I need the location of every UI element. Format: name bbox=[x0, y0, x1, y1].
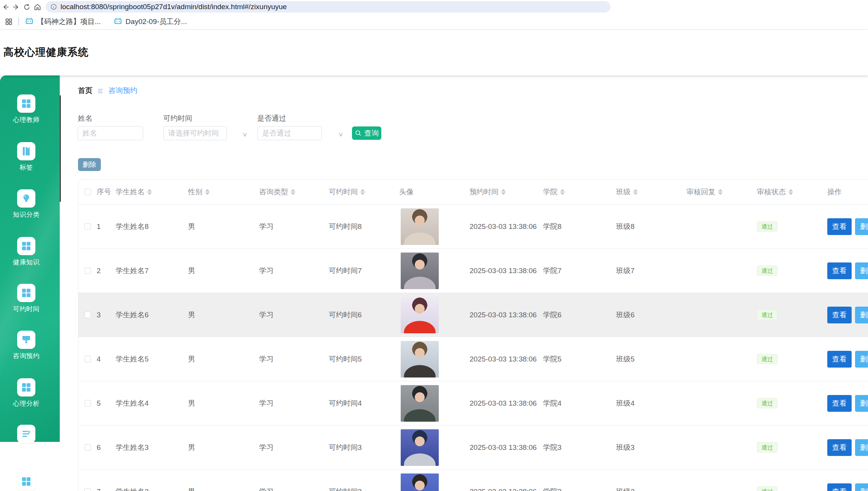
time-filter-select[interactable] bbox=[163, 126, 227, 140]
college: 学院4 bbox=[543, 398, 562, 408]
forward-icon[interactable] bbox=[11, 2, 21, 12]
sort-icon[interactable] bbox=[147, 189, 152, 195]
student-name: 学生姓名6 bbox=[116, 310, 149, 320]
column-label: 学生姓名 bbox=[116, 187, 145, 197]
sort-icon[interactable] bbox=[718, 189, 723, 195]
available-time: 可约时间4 bbox=[329, 398, 362, 408]
column-label: 头像 bbox=[399, 187, 414, 197]
sidebar-item-item-9[interactable] bbox=[0, 472, 53, 491]
sidebar-item-item-8[interactable] bbox=[0, 425, 53, 443]
row-checkbox[interactable] bbox=[84, 223, 91, 230]
appoint-time-cell: 2025-03-03 13:38:06 bbox=[467, 443, 540, 452]
college-cell: 学院7 bbox=[540, 266, 613, 276]
appoint-time-cell: 2025-03-03 13:38:06 bbox=[467, 311, 540, 319]
row-checkbox-cell bbox=[78, 444, 94, 451]
bulb-icon bbox=[17, 189, 35, 208]
status-badge: 通过 bbox=[757, 221, 777, 232]
row-checkbox[interactable] bbox=[84, 444, 91, 451]
address-bar[interactable]: localhost:8080/springboot05p27d1v/admin/… bbox=[46, 1, 610, 13]
table-row: 3学生姓名6男学习可约时间62025-03-03 13:38:06学院6班级6通… bbox=[78, 293, 868, 337]
column-label: 学院 bbox=[543, 187, 557, 197]
view-button[interactable]: 查看 bbox=[827, 307, 852, 323]
index-cell: 4 bbox=[94, 355, 113, 363]
pass-select-caret-icon[interactable]: ∨ bbox=[338, 131, 344, 138]
row-checkbox-cell bbox=[78, 223, 94, 230]
view-button[interactable]: 查看 bbox=[827, 218, 852, 235]
available-time-cell: 可约时间7 bbox=[326, 266, 396, 276]
sort-icon[interactable] bbox=[501, 189, 506, 195]
view-button[interactable]: 查看 bbox=[827, 262, 852, 279]
sort-icon[interactable] bbox=[560, 189, 565, 195]
sort-icon[interactable] bbox=[291, 189, 295, 195]
consult-type-cell: 学习 bbox=[256, 354, 326, 364]
row-delete-button[interactable]: 删除 bbox=[855, 483, 868, 491]
home-icon[interactable] bbox=[32, 2, 43, 12]
breadcrumb-current[interactable]: 咨询预约 bbox=[108, 86, 137, 96]
bookmark-1[interactable]: 【码神之路】项目... bbox=[25, 17, 101, 27]
avatar-cell bbox=[396, 385, 467, 422]
sidebar-item-keyueshijian[interactable]: 可约时间 bbox=[0, 284, 53, 313]
book-icon bbox=[17, 142, 35, 160]
avatar-cell bbox=[396, 429, 467, 466]
view-button[interactable]: 查看 bbox=[827, 439, 852, 456]
row-checkbox-cell bbox=[78, 312, 94, 318]
column-header-10: 审核回复 bbox=[683, 187, 754, 197]
college: 学院5 bbox=[543, 354, 562, 364]
available-time-cell: 可约时间8 bbox=[326, 222, 396, 232]
sidebar-item-zixunyuyue[interactable]: 咨询预约 bbox=[0, 331, 53, 360]
select-all-checkbox[interactable] bbox=[84, 189, 91, 195]
back-icon[interactable] bbox=[0, 2, 11, 12]
row-index: 3 bbox=[97, 311, 101, 319]
pass-filter-select[interactable] bbox=[257, 126, 322, 140]
row-checkbox[interactable] bbox=[84, 312, 91, 318]
sort-icon[interactable] bbox=[788, 189, 793, 195]
index-cell: 2 bbox=[94, 267, 113, 275]
table-row: 5学生姓名4男学习可约时间42025-03-03 13:38:06学院4班级4通… bbox=[78, 381, 868, 425]
sidebar-item-zhishifenlei[interactable]: 知识分类 bbox=[0, 189, 53, 219]
row-delete-button[interactable]: 删除 bbox=[855, 351, 868, 368]
bulk-delete-button[interactable]: 删除 bbox=[78, 158, 101, 171]
sidebar-item-biaoqian[interactable]: 标签 bbox=[0, 142, 53, 172]
row-checkbox[interactable] bbox=[84, 267, 91, 274]
index-cell: 3 bbox=[94, 311, 113, 319]
gender-cell: 男 bbox=[185, 443, 256, 453]
sidebar-scrollbar-thumb[interactable] bbox=[60, 95, 61, 202]
sort-icon[interactable] bbox=[633, 189, 638, 195]
column-label: 可约时间 bbox=[329, 187, 358, 197]
row-checkbox[interactable] bbox=[84, 488, 91, 491]
breadcrumb-home[interactable]: 首页 bbox=[78, 86, 92, 96]
row-delete-button[interactable]: 删除 bbox=[855, 307, 868, 323]
sidebar-item-label: 知识分类 bbox=[0, 210, 53, 219]
bookmark-2[interactable]: Day02-09-员工分... bbox=[114, 17, 187, 27]
column-header-4: 咨询类型 bbox=[256, 187, 326, 197]
row-delete-button[interactable]: 删除 bbox=[855, 395, 868, 412]
sort-icon[interactable] bbox=[205, 189, 210, 195]
apps-grid-icon[interactable] bbox=[5, 18, 13, 26]
time-select-caret-icon[interactable]: ∨ bbox=[242, 131, 248, 138]
row-delete-button[interactable]: 删除 bbox=[855, 262, 868, 279]
student-name-cell: 学生姓名6 bbox=[113, 310, 185, 320]
row-checkbox[interactable] bbox=[84, 400, 91, 406]
name-filter-input[interactable] bbox=[78, 126, 143, 140]
sidebar-item-xinlijiaoshi[interactable]: 心理教师 bbox=[0, 94, 53, 124]
student-avatar bbox=[401, 473, 439, 491]
sidebar-item-xinlifenxi[interactable]: 心理分析 bbox=[0, 378, 53, 408]
sidebar-item-jiankangzhishi[interactable]: 健康知识 bbox=[0, 237, 53, 267]
row-delete-button[interactable]: 删除 bbox=[855, 218, 868, 235]
view-button[interactable]: 查看 bbox=[827, 483, 852, 491]
available-time: 可约时间7 bbox=[329, 266, 362, 276]
sort-icon[interactable] bbox=[360, 189, 365, 195]
appointments-table: 序号学生姓名性别咨询类型可约时间头像预约时间学院班级审核回复审核状态操作 1学生… bbox=[78, 179, 868, 491]
pass-filter-label: 是否通过 bbox=[257, 114, 286, 123]
view-button[interactable]: 查看 bbox=[827, 395, 852, 412]
url-text: localhost:8080/springboot05p27d1v/admin/… bbox=[61, 3, 287, 11]
row-checkbox-cell bbox=[78, 488, 94, 491]
table-row: 7学生姓名2男学习可约时间22025-03-03 13:38:06学院2班级2通… bbox=[78, 470, 868, 491]
available-time-cell: 可约时间6 bbox=[326, 310, 396, 320]
view-button[interactable]: 查看 bbox=[827, 351, 852, 368]
info-icon[interactable] bbox=[50, 3, 57, 10]
search-button[interactable]: 查询 bbox=[352, 126, 381, 140]
row-delete-button[interactable]: 删除 bbox=[855, 439, 868, 456]
row-checkbox[interactable] bbox=[84, 356, 91, 362]
refresh-icon[interactable] bbox=[21, 2, 32, 12]
